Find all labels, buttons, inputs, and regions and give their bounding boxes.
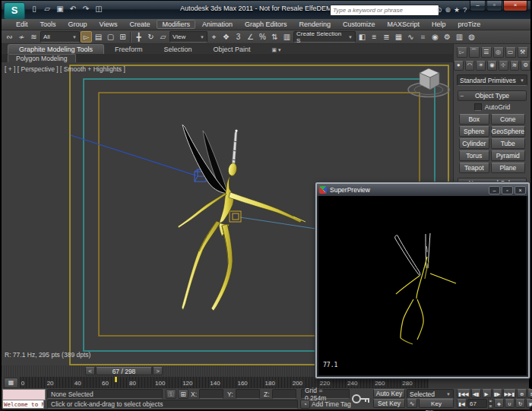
layer-manager-icon[interactable]: ≣: [381, 31, 392, 43]
named-selection-set-dropdown[interactable]: Create Selection S▼: [293, 31, 356, 43]
use-pivot-icon[interactable]: ⌖: [208, 31, 220, 43]
ribbon-tab-freeform[interactable]: Freeform: [104, 45, 154, 54]
angle-snap-icon[interactable]: ∠: [245, 31, 256, 43]
object-button-box[interactable]: Box: [459, 114, 489, 125]
restore-button[interactable]: ▫: [486, 1, 502, 11]
select-move-icon[interactable]: ╋: [133, 31, 144, 43]
menu-group[interactable]: Group: [63, 20, 93, 29]
object-button-sphere[interactable]: Sphere: [459, 126, 489, 137]
render-setup-icon[interactable]: ⚙: [442, 31, 453, 43]
object-type-rollout-header[interactable]: − Object Type: [458, 90, 527, 101]
modify-tab-icon[interactable]: ⌒: [469, 47, 480, 58]
graphite-toggle-icon[interactable]: ▦: [393, 31, 404, 43]
y-coordinate-field[interactable]: [236, 389, 260, 399]
help-icon[interactable]: ?: [463, 6, 467, 14]
ribbon-tab-selection[interactable]: Selection: [153, 45, 202, 54]
infocenter-search-input[interactable]: [330, 5, 439, 16]
new-file-icon[interactable]: ▯: [29, 4, 40, 14]
x-coordinate-field[interactable]: [199, 389, 223, 399]
search-go-icon[interactable]: ⊙: [436, 6, 442, 14]
select-by-name-icon[interactable]: ▤: [93, 31, 104, 43]
selection-filter-dropdown[interactable]: All▼: [40, 31, 80, 43]
zoom-all-icon[interactable]: ⊞: [527, 389, 532, 398]
autogrid-checkbox[interactable]: [474, 103, 482, 111]
zoom-icon[interactable]: ⊕: [517, 389, 527, 398]
motion-tab-icon[interactable]: ◎: [493, 47, 504, 58]
spinner-snap-icon[interactable]: ⇅: [269, 31, 280, 43]
spacewarps-icon[interactable]: ≋: [510, 61, 520, 71]
spinner-arrow[interactable]: ▼: [488, 404, 493, 409]
object-button-plane[interactable]: Plane: [491, 163, 525, 173]
maximize-viewport-icon[interactable]: ▣: [526, 399, 532, 408]
display-tab-icon[interactable]: ▭: [505, 47, 516, 58]
bind-spacewarp-icon[interactable]: ≋: [28, 31, 40, 43]
object-button-cylinder[interactable]: Cylinder: [459, 138, 489, 149]
viewport-label[interactable]: [ + ] [ Perspective ] [ Smooth + Highlig…: [5, 65, 125, 73]
window-crossing-icon[interactable]: ⊞: [117, 31, 128, 43]
project-folder-icon[interactable]: ◫: [93, 4, 104, 14]
redo-icon[interactable]: ↷: [81, 4, 91, 14]
key-filters-button[interactable]: Key Filters...: [419, 399, 454, 408]
menu-tools[interactable]: Tools: [35, 20, 62, 29]
current-frame-field[interactable]: 67: [467, 399, 487, 408]
lights-icon[interactable]: ☀: [476, 61, 486, 71]
menu-create[interactable]: Create: [124, 20, 155, 29]
favorites-star-icon[interactable]: ★: [454, 6, 460, 14]
primitive-category-dropdown[interactable]: Standard Primitives▼: [457, 74, 527, 86]
object-button-teapot[interactable]: Teapot: [459, 163, 489, 173]
view-cube[interactable]: [408, 68, 449, 97]
spinner-arrow[interactable]: ▲: [488, 399, 493, 403]
ribbon-minimize-button[interactable]: ▣ ▾: [271, 46, 288, 54]
reference-coordinate-dropdown[interactable]: View▼: [169, 31, 207, 43]
sp-close-button[interactable]: ×: [515, 186, 526, 194]
select-scale-icon[interactable]: ▱: [157, 31, 169, 43]
maxscript-mini-listener-pink[interactable]: [2, 389, 46, 400]
go-to-end-button[interactable]: ▶▶▮: [503, 389, 517, 398]
select-manipulate-icon[interactable]: ❖: [220, 31, 232, 43]
menu-graph-editors[interactable]: Graph Editors: [239, 20, 293, 29]
cameras-icon[interactable]: ◉: [487, 61, 497, 71]
systems-icon[interactable]: ⚙: [521, 61, 530, 71]
open-file-icon[interactable]: ▱: [42, 4, 52, 14]
object-button-geosphere[interactable]: GeoSphere: [491, 126, 525, 137]
superpreview-title-bar[interactable]: SuperPreview –▫×: [317, 184, 528, 196]
selection-region-icon[interactable]: ▢: [105, 31, 116, 43]
snap-3d-icon[interactable]: 3: [233, 31, 244, 43]
prev-frame-button[interactable]: ◀▮: [471, 389, 481, 398]
play-button[interactable]: ▶: [482, 389, 492, 398]
utilities-tab-icon[interactable]: ⚒: [518, 47, 528, 58]
menu-help[interactable]: Help: [426, 20, 451, 29]
ribbon-tab-object-paint[interactable]: Object Paint: [202, 45, 261, 54]
auto-key-button[interactable]: Auto Key: [373, 389, 405, 398]
maxscript-mini-listener-output[interactable]: Welcome to M: [2, 400, 44, 409]
mirror-icon[interactable]: ◧: [356, 31, 368, 43]
select-rotate-icon[interactable]: ↻: [145, 31, 157, 43]
render-production-icon[interactable]: ◍: [466, 31, 477, 43]
named-sets-icon[interactable]: ▥: [281, 31, 293, 43]
z-coordinate-field[interactable]: [272, 389, 296, 399]
time-slider-handle[interactable]: < 67 / 298 >: [85, 367, 163, 375]
schematic-view-icon[interactable]: ⌗: [417, 31, 429, 43]
menu-modifiers[interactable]: Modifiers: [157, 20, 195, 29]
pan-icon[interactable]: ∪: [505, 399, 515, 408]
dummy-helper-box[interactable]: [230, 211, 241, 222]
unlink-icon[interactable]: ≁: [16, 31, 27, 43]
go-to-start-button[interactable]: ▮◀◀: [457, 389, 470, 398]
zoom-region-icon[interactable]: ◈: [494, 399, 504, 408]
frame-spinner[interactable]: ▲▼: [488, 399, 493, 408]
rendered-frame-icon[interactable]: ▥: [454, 31, 465, 43]
select-object-icon[interactable]: ▻: [81, 31, 92, 43]
percent-snap-icon[interactable]: %: [257, 31, 268, 43]
previous-frame-arrow[interactable]: <: [85, 367, 95, 375]
time-slider-frame-label[interactable]: 67 / 298: [96, 367, 152, 375]
add-time-tag[interactable]: Add Time Tag: [312, 400, 351, 408]
track-bar-ruler[interactable]: 020406080100120140160180200220240260280: [20, 377, 429, 388]
menu-animation[interactable]: Animation: [197, 20, 238, 29]
next-frame-arrow[interactable]: >: [153, 367, 163, 375]
go-to-frame-button[interactable]: ▮◀: [457, 399, 467, 408]
menu-customize[interactable]: Customize: [337, 20, 381, 29]
object-button-cone[interactable]: Cone: [491, 114, 525, 125]
sp-maximize-button[interactable]: ▫: [502, 186, 513, 194]
selection-mode-dropdown[interactable]: Selected▼: [407, 389, 454, 399]
minimize-button[interactable]: –: [470, 1, 486, 11]
